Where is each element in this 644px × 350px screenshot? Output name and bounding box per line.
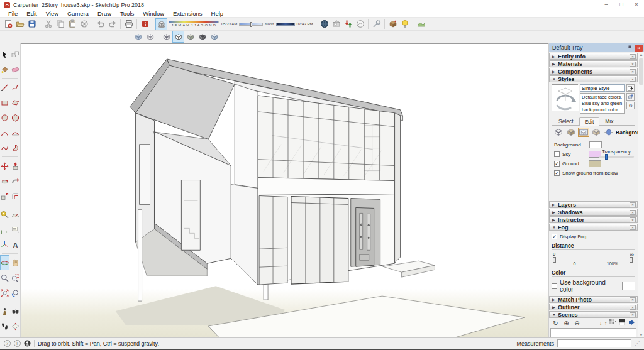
scroll-down-icon[interactable]: ▼: [640, 333, 643, 337]
two-point-arc-tool[interactable]: [11, 125, 20, 140]
3d-text-tool[interactable]: A: [11, 237, 20, 252]
position-camera-tool[interactable]: [0, 304, 9, 319]
resize-grip[interactable]: ⋰: [635, 341, 640, 346]
fog-distance-slider[interactable]: 0 ∞ 0 100%: [552, 251, 635, 268]
menu-extensions[interactable]: Extensions: [169, 10, 206, 17]
scroll-up-icon[interactable]: ▲: [640, 53, 643, 57]
shadow-time-track[interactable]: [239, 23, 263, 26]
tab-select[interactable]: Select: [553, 116, 579, 125]
tray-close-button[interactable]: ×: [635, 45, 643, 52]
line-tool[interactable]: [0, 80, 9, 95]
menu-tools[interactable]: Tools: [116, 10, 138, 17]
model-viewport[interactable]: [21, 43, 548, 337]
freehand-tool[interactable]: [11, 80, 20, 95]
rectangle-tool[interactable]: [0, 95, 9, 110]
section-close-icon[interactable]: ×: [630, 305, 636, 310]
dimension-tool[interactable]: [0, 222, 9, 237]
ground-color-swatch[interactable]: [589, 160, 601, 167]
section-close-icon[interactable]: ×: [630, 54, 636, 59]
section-plane-tool[interactable]: [11, 319, 20, 334]
section-layers[interactable]: ▶Layers×: [549, 201, 638, 208]
section-close-icon[interactable]: ×: [630, 297, 636, 302]
move-scene-up-button[interactable]: ↑: [604, 320, 607, 326]
toggle-shadows-button[interactable]: [155, 18, 167, 30]
follow-me-tool[interactable]: [11, 173, 20, 189]
select-tool[interactable]: [0, 46, 9, 62]
generate-report-button[interactable]: [399, 18, 411, 30]
section-close-icon[interactable]: ×: [630, 217, 636, 222]
remove-scene-button[interactable]: ⊖: [573, 320, 581, 327]
fog-color-swatch[interactable]: [622, 282, 635, 290]
section-outliner[interactable]: ▶Outliner×: [549, 304, 638, 310]
style-shaded-button[interactable]: [184, 31, 196, 43]
tray-header[interactable]: Default Tray ×: [549, 43, 644, 52]
tab-mix[interactable]: Mix: [599, 116, 619, 125]
style-x-ray-button[interactable]: [132, 31, 144, 43]
scale-tool[interactable]: [0, 189, 9, 204]
section-entity-info[interactable]: ▶Entity Info×: [549, 53, 638, 60]
ground-checkbox[interactable]: [554, 161, 560, 167]
move-scene-down-button[interactable]: ↓: [599, 320, 602, 326]
style-hidden-line-button[interactable]: [172, 31, 184, 43]
info-icon[interactable]: i: [14, 340, 21, 347]
menu-draw[interactable]: Draw: [93, 10, 116, 17]
extension-warehouse-button[interactable]: [354, 18, 366, 30]
shadow-date-slider[interactable]: J F M A M J J A S O N D: [169, 21, 219, 27]
style-back-edges-button[interactable]: [144, 31, 156, 43]
section-styles[interactable]: ▼Styles×: [549, 75, 638, 82]
sky-checkbox[interactable]: [554, 151, 560, 157]
move-tool[interactable]: [0, 158, 9, 173]
section-close-icon[interactable]: ×: [630, 210, 636, 215]
three-point-arc-tool[interactable]: [0, 140, 9, 155]
view-options-button[interactable]: [609, 319, 616, 327]
style-monochrome-button[interactable]: [208, 31, 220, 43]
update-style-button[interactable]: [626, 93, 635, 101]
zoom-window-tool[interactable]: [11, 270, 20, 285]
shadow-time-slider[interactable]: 05:33 AM Noon 07:43 PM: [221, 22, 313, 26]
photo-textures-button[interactable]: [330, 18, 342, 30]
copy-button[interactable]: [54, 18, 66, 30]
tape-measure-tool[interactable]: [0, 207, 9, 222]
circle-tool[interactable]: [0, 110, 9, 125]
section-materials[interactable]: ▶Materials×: [549, 60, 638, 67]
maximize-button[interactable]: □: [614, 0, 629, 9]
use-background-color-checkbox[interactable]: [552, 283, 557, 289]
paste-button[interactable]: [66, 18, 78, 30]
tab-edit[interactable]: Edit: [579, 117, 600, 126]
paint-bucket-tool[interactable]: [0, 62, 9, 77]
orbit-tool[interactable]: [0, 255, 9, 270]
erase-button[interactable]: [78, 18, 90, 30]
show-ground-checkbox[interactable]: [554, 170, 560, 176]
undo-button[interactable]: [94, 18, 106, 30]
measurements-input[interactable]: [557, 339, 631, 347]
cut-button[interactable]: [42, 18, 54, 30]
show-details-button[interactable]: [619, 319, 626, 327]
style-shaded-textures-button[interactable]: [196, 31, 208, 43]
redo-button[interactable]: [106, 18, 118, 30]
add-location-button[interactable]: [318, 18, 330, 30]
open-button[interactable]: [14, 18, 26, 30]
save-button[interactable]: [26, 18, 38, 30]
section-close-icon[interactable]: ×: [630, 312, 636, 317]
arc-tool[interactable]: [0, 125, 9, 140]
refresh-styles-button[interactable]: ↻: [626, 102, 635, 109]
zoom-tool[interactable]: [0, 270, 9, 285]
pan-tool[interactable]: [11, 255, 20, 270]
section-close-icon[interactable]: ×: [630, 202, 636, 207]
axes-tool[interactable]: [0, 237, 9, 252]
close-button[interactable]: ×: [629, 0, 644, 9]
transparency-handle[interactable]: [605, 154, 608, 160]
preferences-button[interactable]: [370, 18, 382, 30]
section-scenes[interactable]: ▼Scenes×: [549, 311, 638, 318]
add-scene-button[interactable]: ⊕: [562, 320, 570, 327]
polygon-tool[interactable]: [11, 110, 20, 125]
menu-edit[interactable]: Edit: [22, 10, 41, 17]
section-close-icon[interactable]: ×: [630, 225, 636, 230]
offset-tool[interactable]: [11, 189, 20, 204]
update-scene-button[interactable]: ↻: [552, 320, 560, 327]
tray-scrollbar[interactable]: ▲ ▼: [638, 52, 644, 337]
watermark-settings-button[interactable]: [591, 128, 602, 137]
make-component-tool[interactable]: [11, 46, 20, 62]
protractor-tool[interactable]: [11, 207, 20, 222]
rotated-rectangle-tool[interactable]: [11, 95, 20, 110]
